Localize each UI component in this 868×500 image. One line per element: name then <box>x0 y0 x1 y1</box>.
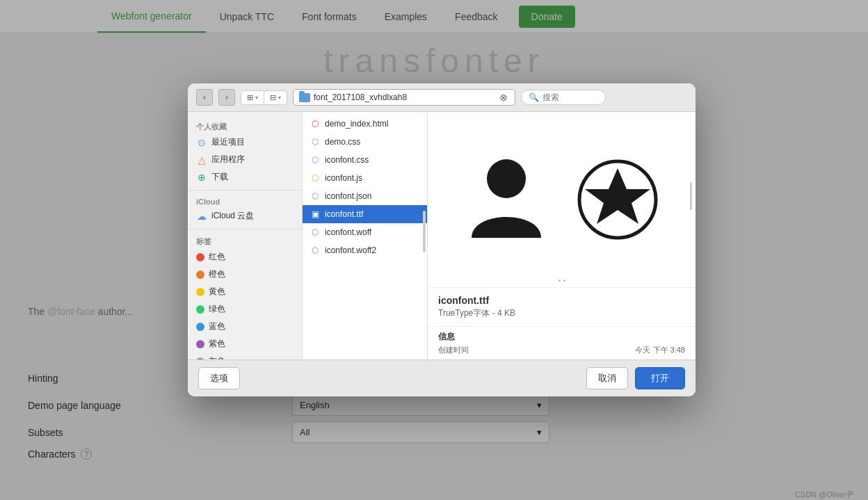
sidebar-apps[interactable]: △ 应用程序 <box>188 151 302 168</box>
html-file-icon: ⬡ <box>310 118 321 129</box>
preview-icons <box>461 154 663 245</box>
css-file-icon: ⬡ <box>310 136 321 147</box>
iconfont-ttf-icon: ▣ <box>310 209 321 220</box>
folder-name: font_2017108_xvhdlxah8 <box>314 92 495 102</box>
file-name-iconfont-woff2: iconfont.woff2 <box>325 245 376 255</box>
nav-forward-button[interactable]: › <box>218 89 235 106</box>
file-item-iconfont-json[interactable]: ⬡ iconfont.json <box>303 187 427 205</box>
sidebar-icloud[interactable]: ☁ iCloud 云盘 <box>188 207 302 225</box>
created-label: 创建时间 <box>438 345 469 355</box>
footer-left: 选项 <box>198 367 240 389</box>
icloud-section-title: iCloud <box>188 195 302 207</box>
iconfont-json-icon: ⬡ <box>310 191 321 202</box>
sidebar-downloads-label: 下载 <box>211 171 228 183</box>
open-button-label: 打开 <box>651 373 669 383</box>
sidebar-tag-orange-label: 橙色 <box>209 268 225 280</box>
file-item-iconfont-woff[interactable]: ⬡ iconfont.woff <box>303 223 427 241</box>
view-icon-arrow: ▾ <box>278 95 281 101</box>
sidebar-icloud-label: iCloud 云盘 <box>211 210 254 222</box>
tag-green-dot <box>196 305 204 314</box>
file-list-scrollbar[interactable] <box>423 211 426 252</box>
view-icon-button[interactable]: ⊟ ▾ <box>264 91 287 104</box>
search-icon: 🔍 <box>529 92 539 102</box>
icloud-icon: ☁ <box>196 211 207 222</box>
sidebar-tag-red-label: 红色 <box>209 251 225 263</box>
search-box: 🔍 <box>521 90 606 105</box>
preview-meta-title: 信息 <box>438 331 685 343</box>
view-list-button[interactable]: ⊞ ▾ <box>241 91 264 104</box>
dialog-footer: 选项 取消 打开 <box>188 360 696 396</box>
file-name-iconfont-css: iconfont.css <box>325 155 369 165</box>
dialog-toolbar: ‹ › ⊞ ▾ ⊟ ▾ font_2017108_xvhdlxah8 ⊗ 🔍 <box>188 83 696 112</box>
search-input[interactable] <box>542 92 598 102</box>
file-item-demo-html[interactable]: ⬡ demo_index.html <box>303 115 427 133</box>
file-dialog: ‹ › ⊞ ▾ ⊟ ▾ font_2017108_xvhdlxah8 ⊗ 🔍 个… <box>188 83 696 396</box>
cancel-button[interactable]: 取消 <box>586 367 628 389</box>
sidebar-tag-green[interactable]: 绿色 <box>188 300 302 318</box>
preview-panel: iconfont.ttf TrueType字体 - 4 KB 信息 创建时间 今… <box>428 112 696 360</box>
dialog-sidebar: 个人收藏 ⊙ 最近项目 △ 应用程序 ⊕ 下载 iCloud ☁ iCloud … <box>188 112 303 360</box>
sidebar-divider-2 <box>188 229 302 229</box>
preview-star-icon <box>572 154 663 245</box>
svg-point-0 <box>487 159 526 198</box>
folder-eject-button[interactable]: ⊗ <box>498 92 509 103</box>
dialog-body: 个人收藏 ⊙ 最近项目 △ 应用程序 ⊕ 下载 iCloud ☁ iCloud … <box>188 112 696 360</box>
preview-meta-row: 创建时间 今天 下午 3:48 <box>438 345 685 355</box>
personal-section-title: 个人收藏 <box>188 119 302 134</box>
open-button[interactable]: 打开 <box>635 367 685 389</box>
file-list: ⬡ demo_index.html ⬡ demo.css ⬡ iconfont.… <box>303 112 428 360</box>
options-button[interactable]: 选项 <box>198 367 240 389</box>
iconfont-woff-icon: ⬡ <box>310 227 321 238</box>
tag-purple-dot <box>196 340 204 348</box>
file-name-iconfont-ttf: iconfont.ttf <box>325 209 363 219</box>
options-button-label: 选项 <box>210 373 228 383</box>
file-name-iconfont-woff: iconfont.woff <box>325 227 371 237</box>
cancel-button-label: 取消 <box>598 373 616 383</box>
view-options: ⊞ ▾ ⊟ ▾ <box>241 90 287 105</box>
file-name-demo-html: demo_index.html <box>325 119 388 129</box>
file-item-demo-css[interactable]: ⬡ demo.css <box>303 133 427 151</box>
sidebar-tag-yellow-label: 黄色 <box>209 286 225 298</box>
sidebar-tag-yellow[interactable]: 黄色 <box>188 283 302 300</box>
sidebar-tag-purple[interactable]: 紫色 <box>188 335 302 353</box>
tags-section-title: 标签 <box>188 234 302 248</box>
iconfont-css-icon: ⬡ <box>310 154 321 166</box>
sidebar-tag-red[interactable]: 红色 <box>188 248 302 266</box>
tag-yellow-dot <box>196 288 204 296</box>
file-item-iconfont-ttf[interactable]: ▣ iconfont.ttf <box>303 205 427 223</box>
sidebar-tag-blue[interactable]: 蓝色 <box>188 318 302 335</box>
file-name-iconfont-json: iconfont.json <box>325 191 371 201</box>
file-item-iconfont-css[interactable]: ⬡ iconfont.css <box>303 151 427 169</box>
file-item-iconfont-woff2[interactable]: ⬡ iconfont.woff2 <box>303 241 427 259</box>
preview-filetype: TrueType字体 - 4 KB <box>438 307 685 319</box>
sidebar-tag-orange[interactable]: 橙色 <box>188 266 302 283</box>
recent-icon: ⊙ <box>196 137 207 148</box>
sidebar-divider-1 <box>188 190 302 191</box>
sidebar-tag-green-label: 绿色 <box>209 303 225 315</box>
view-list-icon: ⊞ <box>247 93 253 102</box>
view-icon-icon: ⊟ <box>270 93 276 102</box>
sidebar-recent[interactable]: ⊙ 最近项目 <box>188 134 302 151</box>
preview-image-area <box>428 112 696 287</box>
file-name-iconfont-js: iconfont.js <box>325 173 362 183</box>
svg-marker-2 <box>585 168 650 224</box>
file-item-iconfont-js[interactable]: ⬡ iconfont.js <box>303 169 427 187</box>
sidebar-tag-blue-label: 蓝色 <box>209 321 225 332</box>
sidebar-tag-gray[interactable]: 灰色 <box>188 353 302 360</box>
iconfont-js-icon: ⬡ <box>310 172 321 184</box>
tag-blue-dot <box>196 323 204 331</box>
nav-back-button[interactable]: ‹ <box>196 89 213 106</box>
iconfont-woff2-icon: ⬡ <box>310 245 321 256</box>
downloads-icon: ⊕ <box>196 172 207 183</box>
sidebar-recent-label: 最近项目 <box>211 136 245 148</box>
folder-icon <box>299 93 310 102</box>
preview-meta: 信息 创建时间 今天 下午 3:48 <box>428 326 696 360</box>
footer-right: 取消 打开 <box>586 367 685 389</box>
view-list-arrow: ▾ <box>255 95 258 101</box>
tag-orange-dot <box>196 271 204 279</box>
tag-red-dot <box>196 253 204 261</box>
sidebar-downloads[interactable]: ⊕ 下载 <box>188 168 302 186</box>
preview-person-icon <box>461 154 552 245</box>
file-name-demo-css: demo.css <box>325 137 360 147</box>
sidebar-apps-label: 应用程序 <box>211 154 245 166</box>
